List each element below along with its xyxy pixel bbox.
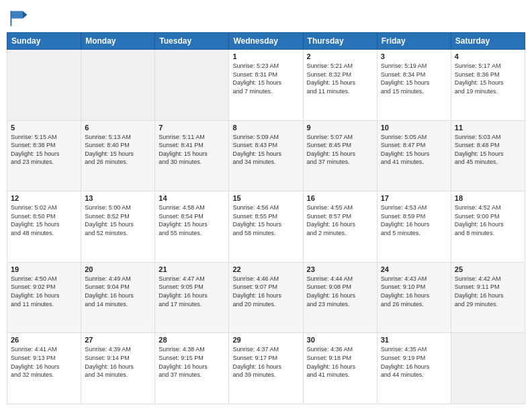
day-number: 29: [232, 336, 299, 344]
day-info: Sunrise: 4:56 AM Sunset: 8:55 PM Dayligh…: [232, 203, 299, 237]
calendar-cell: 9Sunrise: 5:07 AM Sunset: 8:45 PM Daylig…: [303, 120, 377, 191]
day-number: 23: [307, 265, 373, 273]
calendar-cell: 5Sunrise: 5:15 AM Sunset: 8:38 PM Daylig…: [7, 120, 81, 191]
calendar-cell: 12Sunrise: 5:02 AM Sunset: 8:50 PM Dayli…: [7, 191, 81, 263]
calendar-cell: 16Sunrise: 4:55 AM Sunset: 8:57 PM Dayli…: [303, 191, 377, 263]
day-number: 19: [11, 265, 77, 273]
calendar-cell: 28Sunrise: 4:38 AM Sunset: 9:15 PM Dayli…: [155, 333, 229, 404]
calendar-cell: 6Sunrise: 5:13 AM Sunset: 8:40 PM Daylig…: [81, 120, 155, 191]
calendar-header-row: SundayMondayTuesdayWednesdayThursdayFrid…: [7, 33, 525, 50]
calendar-cell: 24Sunrise: 4:43 AM Sunset: 9:10 PM Dayli…: [377, 262, 451, 333]
day-header-tuesday: Tuesday: [155, 33, 229, 50]
day-info: Sunrise: 4:49 AM Sunset: 9:04 PM Dayligh…: [85, 275, 151, 308]
day-number: 11: [455, 124, 521, 132]
calendar-cell: 20Sunrise: 4:49 AM Sunset: 9:04 PM Dayli…: [81, 262, 155, 333]
day-info: Sunrise: 4:47 AM Sunset: 9:05 PM Dayligh…: [159, 275, 225, 308]
header: [7, 7, 525, 28]
day-number: 24: [381, 265, 447, 273]
day-number: 2: [307, 52, 373, 60]
calendar-cell: 31Sunrise: 4:35 AM Sunset: 9:19 PM Dayli…: [377, 333, 451, 404]
calendar-cell: 17Sunrise: 4:53 AM Sunset: 8:59 PM Dayli…: [377, 191, 451, 263]
day-number: 6: [85, 124, 151, 132]
calendar-cell: 13Sunrise: 5:00 AM Sunset: 8:52 PM Dayli…: [81, 191, 155, 263]
day-info: Sunrise: 5:17 AM Sunset: 8:36 PM Dayligh…: [455, 62, 521, 95]
week-row-1: 1Sunrise: 5:23 AM Sunset: 8:31 PM Daylig…: [7, 50, 525, 121]
day-info: Sunrise: 5:13 AM Sunset: 8:40 PM Dayligh…: [85, 133, 151, 167]
day-header-thursday: Thursday: [303, 33, 377, 50]
calendar-cell: [451, 333, 525, 404]
calendar-cell: 1Sunrise: 5:23 AM Sunset: 8:31 PM Daylig…: [229, 50, 303, 121]
calendar-cell: 15Sunrise: 4:56 AM Sunset: 8:55 PM Dayli…: [229, 191, 303, 263]
day-number: 9: [307, 124, 373, 132]
day-number: 7: [159, 124, 225, 132]
day-info: Sunrise: 4:58 AM Sunset: 8:54 PM Dayligh…: [159, 203, 225, 237]
calendar-cell: 19Sunrise: 4:50 AM Sunset: 9:02 PM Dayli…: [7, 262, 81, 333]
day-info: Sunrise: 4:46 AM Sunset: 9:07 PM Dayligh…: [232, 275, 299, 308]
day-number: 21: [159, 265, 225, 273]
calendar-cell: 21Sunrise: 4:47 AM Sunset: 9:05 PM Dayli…: [155, 262, 229, 333]
day-number: 18: [455, 194, 521, 202]
week-row-4: 19Sunrise: 4:50 AM Sunset: 9:02 PM Dayli…: [7, 262, 525, 333]
calendar-cell: [155, 50, 229, 121]
day-info: Sunrise: 4:42 AM Sunset: 9:11 PM Dayligh…: [455, 275, 521, 308]
day-number: 8: [232, 124, 299, 132]
day-number: 3: [381, 52, 447, 60]
day-number: 27: [85, 336, 151, 344]
logo: [7, 7, 31, 28]
day-number: 30: [307, 336, 373, 344]
calendar-cell: 29Sunrise: 4:37 AM Sunset: 9:17 PM Dayli…: [229, 333, 303, 404]
day-info: Sunrise: 4:50 AM Sunset: 9:02 PM Dayligh…: [11, 275, 77, 308]
day-info: Sunrise: 5:09 AM Sunset: 8:43 PM Dayligh…: [232, 133, 299, 167]
calendar-cell: 8Sunrise: 5:09 AM Sunset: 8:43 PM Daylig…: [229, 120, 303, 191]
calendar-cell: 23Sunrise: 4:44 AM Sunset: 9:08 PM Dayli…: [303, 262, 377, 333]
day-number: 15: [232, 194, 299, 202]
calendar-cell: 11Sunrise: 5:03 AM Sunset: 8:48 PM Dayli…: [451, 120, 525, 191]
day-info: Sunrise: 4:44 AM Sunset: 9:08 PM Dayligh…: [307, 275, 373, 308]
day-info: Sunrise: 4:52 AM Sunset: 9:00 PM Dayligh…: [455, 203, 521, 237]
week-row-2: 5Sunrise: 5:15 AM Sunset: 8:38 PM Daylig…: [7, 120, 525, 191]
day-header-wednesday: Wednesday: [229, 33, 303, 50]
day-info: Sunrise: 4:43 AM Sunset: 9:10 PM Dayligh…: [381, 275, 447, 308]
day-info: Sunrise: 5:11 AM Sunset: 8:41 PM Dayligh…: [159, 133, 225, 167]
svg-marker-1: [11, 11, 23, 18]
day-number: 1: [232, 52, 299, 60]
calendar-cell: 4Sunrise: 5:17 AM Sunset: 8:36 PM Daylig…: [451, 50, 525, 121]
week-row-5: 26Sunrise: 4:41 AM Sunset: 9:13 PM Dayli…: [7, 333, 525, 404]
day-header-friday: Friday: [377, 33, 451, 50]
day-number: 28: [159, 336, 225, 344]
day-info: Sunrise: 4:39 AM Sunset: 9:14 PM Dayligh…: [85, 345, 151, 379]
logo-icon: [7, 7, 28, 28]
day-info: Sunrise: 5:00 AM Sunset: 8:52 PM Dayligh…: [85, 203, 151, 237]
day-header-saturday: Saturday: [451, 33, 525, 50]
calendar-cell: [81, 50, 155, 121]
day-number: 14: [159, 194, 225, 202]
day-info: Sunrise: 4:41 AM Sunset: 9:13 PM Dayligh…: [11, 345, 77, 379]
day-number: 12: [11, 194, 77, 202]
calendar-cell: 18Sunrise: 4:52 AM Sunset: 9:00 PM Dayli…: [451, 191, 525, 263]
day-number: 31: [381, 336, 447, 344]
day-info: Sunrise: 5:23 AM Sunset: 8:31 PM Dayligh…: [232, 62, 299, 95]
day-info: Sunrise: 5:21 AM Sunset: 8:32 PM Dayligh…: [307, 62, 373, 95]
day-info: Sunrise: 4:37 AM Sunset: 9:17 PM Dayligh…: [232, 345, 299, 379]
day-info: Sunrise: 5:15 AM Sunset: 8:38 PM Dayligh…: [11, 133, 77, 167]
day-header-monday: Monday: [81, 33, 155, 50]
calendar-cell: 22Sunrise: 4:46 AM Sunset: 9:07 PM Dayli…: [229, 262, 303, 333]
calendar-cell: 26Sunrise: 4:41 AM Sunset: 9:13 PM Dayli…: [7, 333, 81, 404]
day-info: Sunrise: 5:19 AM Sunset: 8:34 PM Dayligh…: [381, 62, 447, 95]
day-number: 17: [381, 194, 447, 202]
day-info: Sunrise: 5:07 AM Sunset: 8:45 PM Dayligh…: [307, 133, 373, 167]
calendar-cell: 27Sunrise: 4:39 AM Sunset: 9:14 PM Dayli…: [81, 333, 155, 404]
day-number: 26: [11, 336, 77, 344]
calendar-cell: 3Sunrise: 5:19 AM Sunset: 8:34 PM Daylig…: [377, 50, 451, 121]
day-info: Sunrise: 4:36 AM Sunset: 9:18 PM Dayligh…: [307, 345, 373, 379]
day-number: 5: [11, 124, 77, 132]
week-row-3: 12Sunrise: 5:02 AM Sunset: 8:50 PM Dayli…: [7, 191, 525, 263]
calendar-cell: 30Sunrise: 4:36 AM Sunset: 9:18 PM Dayli…: [303, 333, 377, 404]
day-header-sunday: Sunday: [7, 33, 81, 50]
day-info: Sunrise: 5:05 AM Sunset: 8:47 PM Dayligh…: [381, 133, 447, 167]
calendar-cell: 10Sunrise: 5:05 AM Sunset: 8:47 PM Dayli…: [377, 120, 451, 191]
day-info: Sunrise: 5:02 AM Sunset: 8:50 PM Dayligh…: [11, 203, 77, 237]
day-number: 13: [85, 194, 151, 202]
page: SundayMondayTuesdayWednesdayThursdayFrid…: [0, 0, 532, 411]
calendar-cell: 2Sunrise: 5:21 AM Sunset: 8:32 PM Daylig…: [303, 50, 377, 121]
